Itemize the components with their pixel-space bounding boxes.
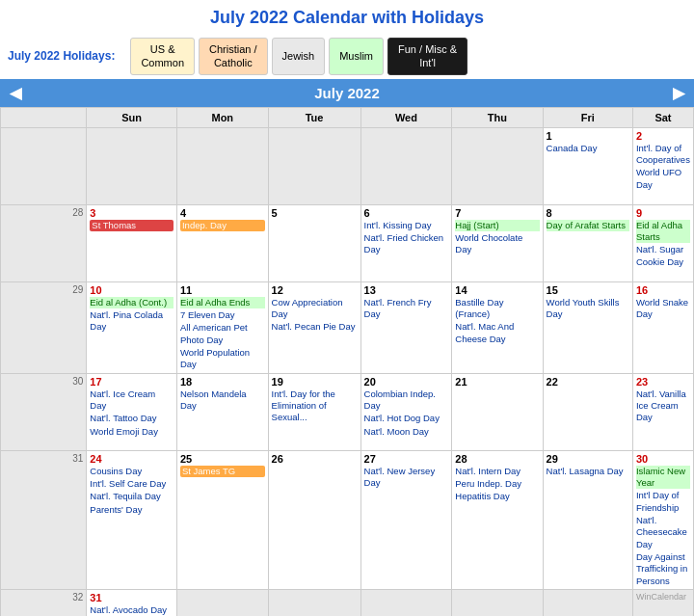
event: Nat'l. Tequila Day xyxy=(90,491,174,502)
week-num: 30 xyxy=(1,373,87,450)
event: World Population Day xyxy=(180,347,265,371)
calendar-cell: WinCalendar xyxy=(632,590,693,616)
event: Parents' Day xyxy=(90,504,174,516)
calendar-cell-jul19: 19 Int'l. Day for the Elimination of Sex… xyxy=(268,373,360,450)
calendar-cell-jul29: 29 Nat'l. Lasagna Day xyxy=(543,450,632,589)
table-row: 28 3 St Thomas 4 Indep. Day 5 6 Int'l. K… xyxy=(1,204,694,281)
calendar-cell-jul4: 4 Indep. Day xyxy=(176,204,268,281)
calendar-cell-jul11: 11 Eid al Adha Ends 7 Eleven Day All Ame… xyxy=(176,281,268,373)
event: World Snake Day xyxy=(636,297,690,321)
day-number: 7 xyxy=(455,207,539,219)
event: Nat'l. Intern Day xyxy=(455,466,539,477)
event: Day Against Trafficking in Persons xyxy=(636,551,690,587)
event: All American Pet Photo Day xyxy=(180,322,265,346)
event: Nat'l. Sugar Cookie Day xyxy=(636,244,690,268)
calendar-cell-jul8: 8 Day of Arafat Starts xyxy=(543,204,632,281)
header-wed: Wed xyxy=(360,107,452,127)
calendar-cell-jul22: 22 xyxy=(543,373,632,450)
calendar-cell xyxy=(87,127,177,204)
event: Colombian Indep. Day xyxy=(364,388,449,413)
header-tue: Tue xyxy=(268,107,360,127)
calendar-cell-jul2: 2 Int'l. Day of Cooperatives World UFO D… xyxy=(632,127,693,204)
day-number: 2 xyxy=(636,130,690,142)
week-col-header xyxy=(1,107,87,127)
filter-jewish[interactable]: Jewish xyxy=(272,38,326,75)
calendar-cell-jul3: 3 St Thomas xyxy=(87,204,177,281)
day-number: 21 xyxy=(455,376,539,388)
holidays-label: July 2022 Holidays: xyxy=(8,49,115,63)
event: Hajj (Start) xyxy=(455,220,539,231)
event: Eid al Adha Starts xyxy=(636,220,690,244)
event: Int'l. Self Care Day xyxy=(90,478,174,490)
event: Nat'l. Avocado Day xyxy=(90,604,174,616)
week-num: 29 xyxy=(1,281,87,373)
day-number: 19 xyxy=(272,376,358,388)
cal-nav-title: July 2022 xyxy=(314,85,380,101)
prev-arrow[interactable]: ◀ xyxy=(10,84,21,102)
next-arrow[interactable]: ▶ xyxy=(673,84,684,102)
event: Cousins Day xyxy=(90,466,174,477)
calendar-cell xyxy=(360,127,452,204)
day-number: 12 xyxy=(272,284,358,296)
week-num: 32 xyxy=(1,590,87,616)
event: 7 Eleven Day xyxy=(180,309,265,321)
event: Nat'l. Moon Day xyxy=(364,426,449,438)
calendar-cell xyxy=(268,590,360,616)
calendar-cell-jul25: 25 St James TG xyxy=(176,450,268,589)
event: Cow Appreciation Day xyxy=(272,297,358,321)
event: St James TG xyxy=(180,466,265,477)
event: Peru Indep. Day xyxy=(455,478,539,490)
calendar-cell-jul18: 18 Nelson Mandela Day xyxy=(176,373,268,450)
event: Int'l. Day of Cooperatives xyxy=(636,143,690,167)
event: Int'l. Day for the Elimination of Sexual… xyxy=(272,388,358,424)
calendar-cell xyxy=(176,127,268,204)
day-number: 31 xyxy=(90,592,174,603)
calendar-cell-jul1: 1 Canada Day xyxy=(543,127,632,204)
table-row: 29 10 Eid al Adha (Cont.) Nat'l. Pina Co… xyxy=(1,281,694,373)
day-number: 17 xyxy=(90,376,174,388)
event: Nat'l. Cheesecake Day xyxy=(636,515,690,550)
day-number: 3 xyxy=(90,207,174,219)
calendar-cell-jul9: 9 Eid al Adha Starts Nat'l. Sugar Cookie… xyxy=(632,204,693,281)
calendar-cell xyxy=(268,127,360,204)
calendar-cell-jul26: 26 xyxy=(268,450,360,589)
day-number: 1 xyxy=(547,130,629,142)
table-row: 30 17 Nat'l. Ice Cream Day Nat'l. Tattoo… xyxy=(1,373,694,450)
wincalendar-credit: WinCalendar xyxy=(636,592,690,602)
event: Int'l. Kissing Day xyxy=(364,220,449,231)
event: Nat'l. Tattoo Day xyxy=(90,413,174,424)
filter-us-common[interactable]: US &Common xyxy=(130,38,195,75)
calendar-cell-jul10: 10 Eid al Adha (Cont.) Nat'l. Pina Colad… xyxy=(87,281,177,373)
filter-christian[interactable]: Christian /Catholic xyxy=(199,38,268,75)
event: World Chocolate Day xyxy=(455,232,539,256)
calendar-cell-jul20: 20 Colombian Indep. Day Nat'l. Hot Dog D… xyxy=(360,373,452,450)
calendar-cell-jul21: 21 xyxy=(452,373,543,450)
event: Nelson Mandela Day xyxy=(180,388,265,413)
day-number: 24 xyxy=(90,453,174,465)
day-number: 27 xyxy=(364,453,449,465)
event: Nat'l. Ice Cream Day xyxy=(90,388,174,413)
event: Nat'l. Mac And Cheese Day xyxy=(455,321,539,345)
page-title: July 2022 Calendar with Holidays xyxy=(0,0,694,34)
filter-fun[interactable]: Fun / Misc &Int'l xyxy=(387,38,467,75)
event: Day of Arafat Starts xyxy=(547,220,629,231)
day-number: 25 xyxy=(180,453,265,465)
header-thu: Thu xyxy=(452,107,543,127)
day-number: 28 xyxy=(455,453,539,465)
week-num: 31 xyxy=(1,450,87,589)
filter-muslim[interactable]: Muslim xyxy=(329,38,384,75)
day-number: 10 xyxy=(90,284,174,296)
calendar-cell-jul5: 5 xyxy=(268,204,360,281)
week-num xyxy=(1,127,87,204)
event: World Emoji Day xyxy=(90,426,174,438)
event: Nat'l. Hot Dog Day xyxy=(364,413,449,424)
calendar-cell-jul12: 12 Cow Appreciation Day Nat'l. Pecan Pie… xyxy=(268,281,360,373)
event: St Thomas xyxy=(90,220,174,231)
event: Bastille Day (France) xyxy=(455,297,539,321)
calendar-cell xyxy=(176,590,268,616)
calendar-nav: ◀ July 2022 ▶ xyxy=(0,79,694,107)
header-sat: Sat xyxy=(632,107,693,127)
event: Nat'l. Pecan Pie Day xyxy=(272,321,358,333)
week-num: 28 xyxy=(1,204,87,281)
day-number: 30 xyxy=(636,453,690,465)
